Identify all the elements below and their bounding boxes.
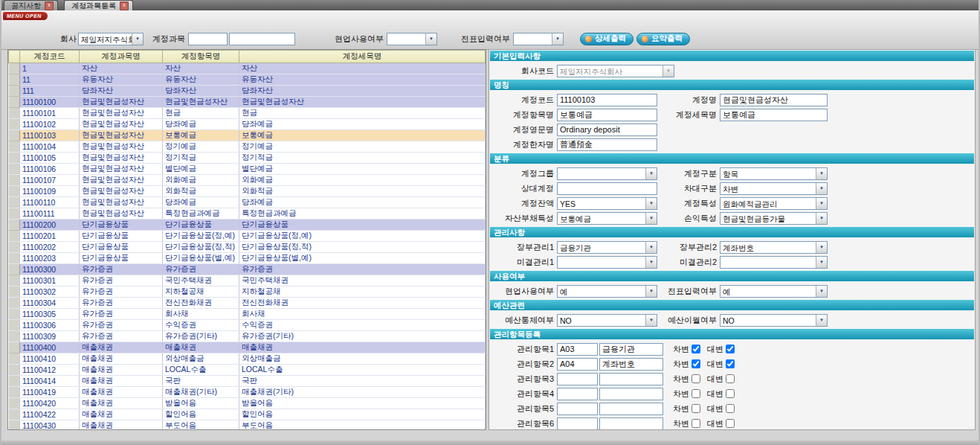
account-group-select[interactable]: ▼ xyxy=(557,167,657,180)
debit-checkbox[interactable] xyxy=(692,404,700,413)
mgmt-item-code-input[interactable] xyxy=(557,417,598,430)
row-selector-cell[interactable] xyxy=(9,197,20,208)
tab-account-registration[interactable]: 계정과목등록 x xyxy=(64,0,133,10)
row-selector-cell[interactable] xyxy=(9,141,20,153)
row-selector-cell[interactable] xyxy=(9,242,20,253)
row-selector-cell[interactable] xyxy=(9,164,20,175)
close-icon[interactable]: x xyxy=(45,1,54,10)
table-row[interactable]: 11100111현금및현금성자산특정현금과예금특정현금과예금 xyxy=(9,208,486,220)
account-code-field[interactable] xyxy=(557,94,657,106)
menu-open-button[interactable]: MENU OPEN xyxy=(3,12,48,20)
dc-division-select[interactable]: 차변▼ xyxy=(720,182,828,195)
row-selector-cell[interactable] xyxy=(9,74,20,86)
row-selector-cell[interactable] xyxy=(9,153,20,164)
mgmt-item-name-input[interactable] xyxy=(599,388,663,400)
mgmt-item-code-input[interactable] xyxy=(557,343,598,356)
row-selector-cell[interactable] xyxy=(9,320,20,331)
table-row[interactable]: 11100102현금및현금성자산당좌예금당좌예금 xyxy=(9,119,486,130)
table-row[interactable]: 11100101현금및현금성자산현금현금 xyxy=(9,108,486,119)
pending1-select[interactable]: ▼ xyxy=(557,256,657,269)
table-row[interactable]: 11100430매출채권부도어음부도어음 xyxy=(9,420,486,431)
budget-control-select[interactable]: NO▼ xyxy=(557,314,657,327)
ledger1-select[interactable]: 금융기관▼ xyxy=(557,241,657,254)
table-row[interactable]: 11100300유가증권유가증권유가증권 xyxy=(9,264,486,275)
row-selector-cell[interactable] xyxy=(9,231,20,242)
table-row[interactable]: 11100106현금및현금성자산별단예금별단예금 xyxy=(9,164,486,175)
summary-print-button[interactable]: 요약출력 xyxy=(636,33,690,45)
mgmt-item-name-input[interactable] xyxy=(599,343,663,356)
account-item-field[interactable] xyxy=(557,109,657,121)
field-use-form-select[interactable]: 예▼ xyxy=(557,285,657,298)
credit-checkbox[interactable] xyxy=(726,359,735,368)
debit-checkbox[interactable] xyxy=(692,374,700,383)
table-row[interactable]: 11100309유가증권유가증권(기타)유가증권(기타) xyxy=(9,331,486,342)
credit-checkbox[interactable] xyxy=(726,389,735,398)
company-code-select[interactable]: 제일저지주식회사▼ xyxy=(557,65,674,77)
row-selector-cell[interactable] xyxy=(9,253,20,264)
table-row[interactable]: 11100420매출채권받을어음받을어음 xyxy=(9,398,486,409)
tab-notice[interactable]: 공지사항 x xyxy=(4,0,58,10)
row-selector-cell[interactable] xyxy=(9,208,20,220)
row-selector-cell[interactable] xyxy=(9,97,20,108)
asset-liability-trait-select[interactable]: 보통예금▼ xyxy=(557,212,657,225)
row-selector-cell[interactable] xyxy=(9,108,20,119)
row-selector-cell[interactable] xyxy=(9,331,20,342)
table-row[interactable]: 11100203단기금융상품단기금융상품(별,예)단기금융상품(별,예) xyxy=(9,253,486,264)
row-selector-cell[interactable] xyxy=(9,398,20,409)
account-division-select[interactable]: 항목▼ xyxy=(720,167,828,180)
table-row[interactable]: 11100301유가증권국민주택채권국민주택채권 xyxy=(9,275,486,286)
table-row[interactable]: 11100306유가증권수익증권수익증권 xyxy=(9,320,486,331)
account-detail-field[interactable] xyxy=(720,109,828,121)
account-name-field[interactable] xyxy=(720,94,828,106)
table-row[interactable]: 11100200단기금융상품단기금융상품단기금융상품 xyxy=(9,220,486,231)
budget-carryover-select[interactable]: NO▼ xyxy=(720,314,828,327)
counter-account-field[interactable] xyxy=(557,182,657,195)
row-selector-cell[interactable] xyxy=(9,420,20,431)
table-row[interactable]: 11100103현금및현금성자산보통예금보통예금 xyxy=(9,130,486,141)
table-row[interactable]: 11100110현금및현금성자산당좌예금당좌예금 xyxy=(9,197,486,208)
table-row[interactable]: 11100302유가증권지하철공채지하철공채 xyxy=(9,286,486,298)
row-selector-cell[interactable] xyxy=(9,376,20,387)
row-selector-cell[interactable] xyxy=(9,220,20,231)
row-selector-cell[interactable] xyxy=(9,342,20,353)
table-row[interactable]: 111당좌자산당좌자산당좌자산 xyxy=(9,86,486,97)
account-balance-select[interactable]: YES▼ xyxy=(557,197,657,210)
credit-checkbox[interactable] xyxy=(726,404,735,413)
account-trait-select[interactable]: 원화예적금관리▼ xyxy=(720,197,828,210)
table-row[interactable]: 1자산자산자산 xyxy=(9,63,486,74)
table-row[interactable]: 11100105현금및현금성자산정기적금정기적금 xyxy=(9,153,486,164)
row-selector-cell[interactable] xyxy=(9,130,20,141)
table-row[interactable]: 11100100현금및현금성자산현금및현금성자산현금및현금성자산 xyxy=(9,97,486,108)
mgmt-item-code-input[interactable] xyxy=(557,373,598,385)
row-selector-cell[interactable] xyxy=(9,365,20,376)
ledger2-select[interactable]: 계좌번호▼ xyxy=(720,241,828,254)
table-row[interactable]: 11100414매출채권국판국판 xyxy=(9,376,486,387)
account-name-input[interactable] xyxy=(229,33,295,45)
table-row[interactable]: 11100202단기금융상품단기금융상품(정,적)단기금융상품(정,적) xyxy=(9,242,486,253)
table-row[interactable]: 11100304유가증권전신전화채권전신전화채권 xyxy=(9,298,486,309)
row-selector-cell[interactable] xyxy=(9,286,20,298)
close-icon[interactable]: x xyxy=(120,1,129,10)
row-selector-cell[interactable] xyxy=(9,387,20,398)
credit-checkbox[interactable] xyxy=(726,345,735,353)
account-hanja-field[interactable] xyxy=(557,138,657,151)
mgmt-item-code-input[interactable] xyxy=(557,388,598,400)
debit-checkbox[interactable] xyxy=(692,345,700,353)
field-use-select[interactable]: ▼ xyxy=(387,33,437,45)
detail-print-button[interactable]: 상세출력 xyxy=(580,33,634,45)
table-row[interactable]: 11100104현금및현금성자산정기예금정기예금 xyxy=(9,141,486,153)
slip-input-select[interactable]: ▼ xyxy=(513,33,564,45)
table-row[interactable]: 11100107현금및현금성자산외화예금외화예금 xyxy=(9,175,486,186)
debit-checkbox[interactable] xyxy=(692,389,700,398)
row-selector-cell[interactable] xyxy=(9,186,20,197)
row-selector-cell[interactable] xyxy=(9,309,20,320)
table-row[interactable]: 11100410매출채권외상매출금외상매출금 xyxy=(9,353,486,365)
mgmt-item-code-input[interactable] xyxy=(557,403,598,415)
row-selector-cell[interactable] xyxy=(9,275,20,286)
table-row[interactable]: 11100109현금및현금성자산외화적금외화적금 xyxy=(9,186,486,197)
mgmt-item-code-input[interactable] xyxy=(557,358,598,371)
account-english-field[interactable] xyxy=(557,124,657,136)
debit-checkbox[interactable] xyxy=(692,419,700,428)
row-selector-cell[interactable] xyxy=(9,119,20,130)
row-selector-cell[interactable] xyxy=(9,63,20,74)
